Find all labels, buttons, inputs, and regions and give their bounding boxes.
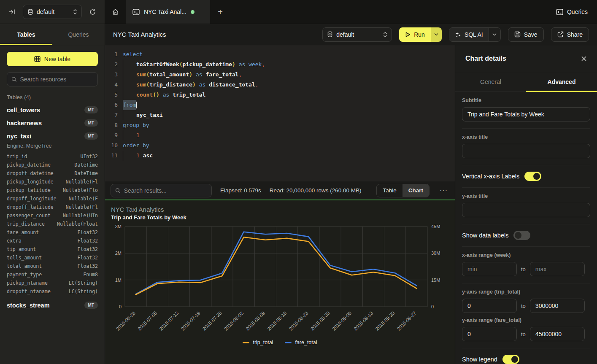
database-icon <box>327 31 333 38</box>
tab-advanced[interactable]: Advanced <box>526 72 597 92</box>
database-select[interactable]: default <box>23 5 82 19</box>
save-button[interactable]: Save <box>508 27 544 42</box>
sidebar-body: New table Tables (4) cell_towers MThacke… <box>0 45 105 364</box>
run-split-button: Run <box>399 27 442 42</box>
resource-search[interactable] <box>7 72 98 86</box>
more-options-button[interactable]: ··· <box>438 187 449 194</box>
data-labels-toggle[interactable] <box>513 231 530 240</box>
code-line-6[interactable]: 6from <box>105 100 455 110</box>
sidebar-tab-tables[interactable]: Tables <box>0 24 52 45</box>
queries-button[interactable]: Queries <box>556 8 588 15</box>
database-select-value: default <box>37 8 54 15</box>
code-line-7[interactable]: 7nyc_taxi <box>105 110 455 120</box>
engine-badge: MT <box>84 106 98 113</box>
data-labels-label: Show data labels <box>462 232 508 239</box>
resource-search-input[interactable] <box>20 76 93 83</box>
view-toggle-chart[interactable]: Chart <box>403 184 429 197</box>
run-button[interactable]: Run <box>399 27 431 42</box>
x-axis-title-input[interactable] <box>462 144 590 158</box>
column-row: payment_typeEnum8 <box>7 270 98 279</box>
legend-item-trip_total[interactable]: trip_total <box>243 340 273 345</box>
subtitle-input[interactable] <box>462 107 590 121</box>
x-axis-title-label: x-axis title <box>462 134 590 140</box>
column-row: dropoff_datetimeDateTime <box>7 169 98 178</box>
home-button[interactable] <box>105 0 126 24</box>
sql-ai-button[interactable]: SQL AI <box>449 28 489 41</box>
y-range-trip-label: y-axis range (trip_total) <box>462 289 590 295</box>
y-range-fare-max-input[interactable] <box>530 327 585 341</box>
line-number: 7 <box>105 110 118 120</box>
results-search[interactable] <box>111 184 212 197</box>
query-database-select[interactable]: default <box>322 27 392 42</box>
results-chart: 01M2M3M015M30M45M2015-06-282015-07-05201… <box>105 200 455 340</box>
y-axis-title-section: y-axis title <box>462 188 590 224</box>
share-button[interactable]: Share <box>551 27 589 42</box>
share-label: Share <box>567 31 583 38</box>
y-range-fare-min-input[interactable] <box>462 327 517 341</box>
code-line-5[interactable]: 5count() as trip_total <box>105 90 455 100</box>
code-line-1[interactable]: 1select <box>105 49 455 59</box>
x-range-max-input[interactable] <box>530 262 585 276</box>
svg-text:2015-08-16: 2015-08-16 <box>266 310 287 332</box>
code-line-10[interactable]: 10order by <box>105 140 455 151</box>
new-tab-button[interactable]: + <box>210 0 230 24</box>
results-toolbar: Elapsed: 0.579s Read: 20,000,000 rows (2… <box>105 181 455 200</box>
chart-legend: trip_totalfare_total <box>105 340 455 345</box>
legend-item-fare_total[interactable]: fare_total <box>285 340 317 345</box>
table-name: cell_towers <box>7 107 40 113</box>
close-panel-button[interactable] <box>581 56 587 62</box>
home-icon <box>112 8 119 16</box>
sidebar-tabs: Tables Queries <box>0 24 105 45</box>
code-line-4[interactable]: 4sum(trip_distance) as distance_total, <box>105 80 455 90</box>
vertical-labels-row: Vertical x-axis Labels <box>462 165 590 188</box>
code-line-3[interactable]: 3sum(total_amount) as fare_total, <box>105 70 455 80</box>
chart-details-panel: Chart details General Advanced Subtitle <box>455 45 597 364</box>
table-item-nyc_taxi[interactable]: nyc_taxi MT <box>7 132 98 140</box>
sql-ai-label: SQL AI <box>465 31 483 38</box>
tab-strip: NYC Taxi Anal... + Queries <box>105 0 597 24</box>
y-range-fare-label: y-axis range (fare_total) <box>462 317 590 323</box>
y-range-trip-max-input[interactable] <box>530 299 585 313</box>
code-line-11[interactable]: 111 asc <box>105 151 455 161</box>
subtitle-section: Subtitle <box>462 92 590 129</box>
code-line-8[interactable]: 8group by <box>105 120 455 130</box>
svg-text:15M: 15M <box>431 278 440 283</box>
show-legend-toggle[interactable] <box>502 355 519 364</box>
svg-text:2015-07-26: 2015-07-26 <box>202 310 223 332</box>
code-line-9[interactable]: 91 <box>105 130 455 140</box>
svg-text:0: 0 <box>431 304 434 309</box>
chevron-updown-icon <box>73 9 77 15</box>
view-toggle-table[interactable]: Table <box>377 184 402 197</box>
vertical-labels-toggle[interactable] <box>524 172 541 181</box>
table-item-hackernews[interactable]: hackernews MT <box>7 119 98 127</box>
elapsed-stat: Elapsed: 0.579s <box>220 187 261 194</box>
collapse-sidebar-icon[interactable] <box>6 5 19 18</box>
table-item-stocks_stream[interactable]: stocks_stream MT <box>7 302 98 309</box>
data-labels-row: Show data labels <box>462 224 590 247</box>
code-line-2[interactable]: 2toStartOfWeek(pickup_datetime) as week, <box>105 59 455 70</box>
line-number: 1 <box>105 49 118 59</box>
svg-text:2015-07-12: 2015-07-12 <box>158 310 179 332</box>
y-axis-title-input[interactable] <box>462 203 590 217</box>
tab-nyc-taxi-analytics[interactable]: NYC Taxi Anal... <box>126 0 210 24</box>
run-options-button[interactable] <box>431 27 442 42</box>
tab-general[interactable]: General <box>455 72 526 92</box>
new-table-button[interactable]: New table <box>7 52 98 66</box>
sidebar-tab-queries[interactable]: Queries <box>52 24 105 45</box>
new-table-label: New table <box>44 56 70 62</box>
sql-ai-options-button[interactable] <box>489 28 500 41</box>
table-item-cell_towers[interactable]: cell_towers MT <box>7 106 98 113</box>
play-icon <box>405 32 411 38</box>
y-range-trip-min-input[interactable] <box>462 299 517 313</box>
line-number: 6 <box>105 100 118 110</box>
code-lines: 1select2toStartOfWeek(pickup_datetime) a… <box>105 49 455 161</box>
svg-text:45M: 45M <box>431 224 440 229</box>
legend-label: fare_total <box>295 340 317 345</box>
x-range-min-input[interactable] <box>462 262 517 276</box>
results-search-input[interactable] <box>124 187 207 194</box>
database-icon <box>27 9 33 15</box>
sql-editor[interactable]: 1select2toStartOfWeek(pickup_datetime) a… <box>105 45 455 181</box>
queries-label: Queries <box>567 8 588 15</box>
svg-text:2015-06-28: 2015-06-28 <box>115 310 136 332</box>
refresh-icon[interactable] <box>86 5 99 18</box>
